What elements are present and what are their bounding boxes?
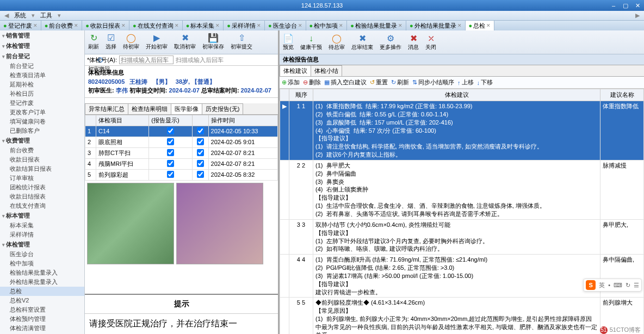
toolbar-待总审[interactable]: ◯待总审 xyxy=(326,32,347,52)
tree-item[interactable]: 延期补检 xyxy=(0,80,84,89)
doc-tab[interactable]: ●前台收费✕ xyxy=(41,21,83,30)
action-add[interactable]: ⊕添加 xyxy=(282,78,300,86)
close-button[interactable]: ✕ xyxy=(632,0,643,10)
center-tab[interactable]: 历史报告(无) xyxy=(202,103,243,114)
tree-item[interactable]: 检中加项 xyxy=(0,259,84,268)
tree-item[interactable]: 收款结算日报表 xyxy=(0,164,84,174)
recommendation-row[interactable]: ▶1 1(1) 体重指数降低 结果: 17.99 kg/m2 (正常值: 18.… xyxy=(280,101,644,160)
tree-item[interactable]: 外检结果批量录入 xyxy=(0,277,84,287)
grid-row[interactable]: 5前列腺彩超2024-02-05 8:32 xyxy=(85,169,278,180)
action-del[interactable]: ⊖删除 xyxy=(303,78,321,86)
search-input[interactable] xyxy=(119,55,174,64)
toolbar-总审结束[interactable]: ✖总审结束 xyxy=(349,32,375,52)
action-blank[interactable]: ▦插入空白建议 xyxy=(324,78,367,86)
toolbar-预览[interactable]: 📄预览 xyxy=(281,32,296,52)
action-reset[interactable]: ↺重置 xyxy=(370,78,388,86)
tree-item[interactable]: 已删除客户 xyxy=(0,126,84,135)
exam-grid[interactable]: 体检项目(报告显示)操作时间1C142024-02-05 10:332眼底照相2… xyxy=(85,115,278,181)
ime-lang[interactable]: 英 xyxy=(599,281,605,289)
doc-tab[interactable]: ●在线支付查询✕ xyxy=(129,21,183,30)
grid-row[interactable]: 1C142024-02-05 10:33 xyxy=(85,126,278,137)
medical-image-1[interactable] xyxy=(87,183,174,264)
report-tab[interactable]: 体检建议 xyxy=(280,65,311,76)
doc-tab[interactable]: ●总检✕ xyxy=(466,21,495,30)
center-tab[interactable]: 医学影像 xyxy=(171,103,202,114)
action-refresh[interactable]: ↻刷新 xyxy=(391,78,409,86)
toolbar-初审保存[interactable]: 💾初审保存 xyxy=(200,32,226,52)
toolbar-消息[interactable]: ✖消息 xyxy=(406,32,421,52)
doc-tab[interactable]: ●检验结果批量录✕ xyxy=(347,21,406,30)
recommendation-table[interactable]: 顺序体检建议建议名称▶1 1(1) 体重指数降低 结果: 17.99 kg/m2… xyxy=(280,89,644,334)
tree-item[interactable]: 收款日报表 xyxy=(0,155,84,164)
tree-item[interactable]: 前台收费 xyxy=(0,146,84,155)
tree-category[interactable]: 前台登记 xyxy=(0,51,84,61)
tree-item[interactable]: 检查项目清单 xyxy=(0,71,84,80)
tree-item[interactable]: 在线支付查询 xyxy=(0,201,84,211)
doc-tab[interactable]: ●采样详情✕ xyxy=(224,21,265,30)
tree-item[interactable]: 总检V2 xyxy=(0,296,84,305)
doc-tab[interactable]: ●外检结果批量录✕ xyxy=(406,21,466,30)
tree-item[interactable]: 订单审核 xyxy=(0,174,84,183)
toolbar-刷新[interactable]: ↻刷新 xyxy=(86,32,101,52)
tree-category[interactable]: 标本管理 xyxy=(0,211,84,221)
ime-refresh-icon[interactable]: ↻ xyxy=(626,282,630,289)
ime-settings-icon[interactable]: ☰ xyxy=(634,282,639,289)
report-tab[interactable]: 体检小结 xyxy=(311,65,342,76)
recommendation-row[interactable]: 5 5◆前列腺轻度增生◆ (4.61×3.14×4.26cm) 【常见原因】 (… xyxy=(280,298,644,334)
tree-category[interactable]: 体检管理 xyxy=(0,239,84,250)
toolbar-待初审[interactable]: ◯待初审 xyxy=(121,32,141,52)
toolbar-取消初审[interactable]: ✖取消初审 xyxy=(172,32,198,52)
grid-row[interactable]: 4颅脑MRI平扫2024-02-07 8:21 xyxy=(85,158,278,169)
tree-item[interactable]: 收款日结报表 xyxy=(0,192,84,201)
tree-item[interactable]: 团检统计报表 xyxy=(0,183,84,192)
grid-row[interactable]: 3肺部CT平扫2024-02-07 8:21 xyxy=(85,147,278,158)
doc-tab[interactable]: ●检中加项✕ xyxy=(306,21,348,30)
grid-row[interactable]: 2眼底照相2024-02-05 9:01 xyxy=(85,137,278,147)
tree-item[interactable]: 登记作废 xyxy=(0,98,84,108)
tree-item[interactable]: 前台登记 xyxy=(0,61,84,71)
sogou-icon[interactable]: S xyxy=(586,280,596,290)
tree-item[interactable]: 填写健康问卷 xyxy=(0,117,84,126)
tree-item[interactable]: 补检日历 xyxy=(0,89,84,98)
tree-item[interactable]: 更改客户订单 xyxy=(0,108,84,117)
medical-image-2[interactable] xyxy=(176,183,263,264)
toolbar-初审提交[interactable]: ⇧初审提交 xyxy=(228,32,255,52)
tree-category[interactable]: 体检管理 xyxy=(0,41,84,51)
toolbar-开始初审[interactable]: ▶开始初审 xyxy=(144,32,170,52)
tree-item[interactable]: 检验结果批量录入 xyxy=(0,268,84,277)
ime-mic-icon[interactable]: • xyxy=(608,282,610,288)
doc-tab[interactable]: ●医生诊台✕ xyxy=(265,21,306,30)
tree-item[interactable]: 标本采集 xyxy=(0,221,84,230)
action-up[interactable]: ↑上移 xyxy=(457,78,474,86)
recommendation-row[interactable]: 3 3双肺小结节 (大小约0.6cm×0.4cm), 炎性增殖灶可能 【指导建议… xyxy=(280,219,644,254)
toolbar-选择[interactable]: ☑选择 xyxy=(103,32,119,52)
tree-category[interactable]: 销售管理 xyxy=(0,30,84,41)
nav-back-icon[interactable]: ◀ xyxy=(2,12,11,19)
center-tab[interactable]: 检查结果明细 xyxy=(128,103,171,114)
doc-tab[interactable]: ●收款日报表✕ xyxy=(82,21,129,30)
recommendation-row[interactable]: 2 2(1) 鼻甲肥大 (2) 鼻中隔偏曲 (3) 鼻窦炎 (4) 右侧上颌窦囊… xyxy=(280,160,644,219)
menu-system[interactable]: 系统 xyxy=(12,11,28,20)
action-sync[interactable]: ⇅同步小结顺序 xyxy=(412,78,454,86)
ime-toolbar[interactable]: S 英 • ⌨ ↻ ☰ xyxy=(583,279,642,292)
tree-category[interactable]: 收费管理 xyxy=(0,135,84,146)
doc-tab[interactable]: ●登记作废✕ xyxy=(0,21,41,30)
tree-item[interactable]: 采样详情 xyxy=(0,230,84,239)
tree-item[interactable]: 总检科室设置 xyxy=(0,305,84,314)
nav-fwd-icon[interactable]: ▶ xyxy=(633,12,642,19)
action-down[interactable]: ↓下移 xyxy=(477,78,493,86)
tree-item[interactable]: 体检预约管理 xyxy=(0,314,84,324)
toolbar-健康干预[interactable]: ↓健康干预 xyxy=(298,33,324,52)
tree-item[interactable]: 体检清满管理 xyxy=(0,324,84,333)
maximize-button[interactable]: ▢ xyxy=(620,0,631,10)
tree-item[interactable]: 医生诊台 xyxy=(0,250,84,259)
menu-tools[interactable]: 工具 xyxy=(38,11,54,20)
toolbar-关闭[interactable]: ⤫关闭 xyxy=(423,32,438,52)
tree-item[interactable]: 总检 xyxy=(0,287,84,296)
doc-tab[interactable]: ●标本采集✕ xyxy=(183,21,224,30)
navigation-tree[interactable]: 销售管理体检管理前台登记前台登记检查项目清单延期补检补检日历登记作废更改客户订单… xyxy=(0,30,85,334)
toolbar-更多操作[interactable]: ⚙更多操作 xyxy=(377,32,404,52)
center-tab[interactable]: 异常结果汇总 xyxy=(85,103,128,114)
minimize-button[interactable]: – xyxy=(608,0,619,10)
ime-kbd-icon[interactable]: ⌨ xyxy=(614,282,622,289)
